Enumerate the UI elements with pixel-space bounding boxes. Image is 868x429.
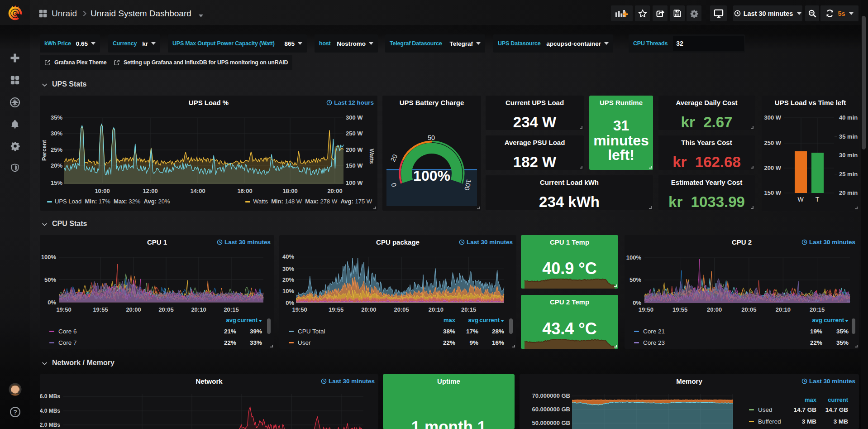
svg-text:6.0 MBs: 6.0 MBs xyxy=(40,393,60,400)
svg-text:150 W: 150 W xyxy=(764,189,781,196)
svg-text:40%: 40% xyxy=(282,253,294,260)
svg-text:20:00: 20:00 xyxy=(327,188,342,194)
svg-text:250 W: 250 W xyxy=(346,130,363,137)
svg-text:150 W: 150 W xyxy=(346,162,363,169)
svg-text:20:10: 20:10 xyxy=(429,306,444,313)
svg-text:300 W: 300 W xyxy=(346,114,363,121)
svg-text:300 W: 300 W xyxy=(764,114,781,121)
svg-text:30%: 30% xyxy=(51,130,62,137)
svg-text:18:00: 18:00 xyxy=(282,188,297,194)
svg-text:25%: 25% xyxy=(51,146,62,153)
svg-text:W: W xyxy=(797,196,804,203)
svg-text:19:55: 19:55 xyxy=(329,306,343,313)
svg-text:20:00: 20:00 xyxy=(361,306,376,313)
svg-text:20:10: 20:10 xyxy=(191,306,206,313)
svg-text:T: T xyxy=(816,196,820,203)
svg-text:10:00: 10:00 xyxy=(95,188,110,194)
svg-text:100%: 100% xyxy=(41,254,57,260)
svg-text:0%: 0% xyxy=(48,299,56,306)
svg-text:16:00: 16:00 xyxy=(237,188,252,194)
svg-text:20:00: 20:00 xyxy=(707,306,722,313)
svg-text:200 W: 200 W xyxy=(764,164,781,171)
svg-text:50.000000 GB: 50.000000 GB xyxy=(532,419,570,426)
svg-text:20%: 20% xyxy=(51,162,62,169)
svg-text:200 W: 200 W xyxy=(346,146,363,153)
svg-text:30 min: 30 min xyxy=(839,152,858,159)
svg-text:70.000000 GB: 70.000000 GB xyxy=(532,392,570,399)
svg-text:100%: 100% xyxy=(626,254,642,261)
svg-text:30%: 30% xyxy=(282,265,294,272)
svg-text:0%: 0% xyxy=(286,299,294,306)
svg-text:100 W: 100 W xyxy=(346,179,363,186)
svg-text:10%: 10% xyxy=(282,288,294,294)
svg-text:20:00: 20:00 xyxy=(126,306,141,313)
svg-text:Percent: Percent xyxy=(41,140,48,161)
svg-text:25 min: 25 min xyxy=(839,171,858,178)
svg-text:50: 50 xyxy=(428,134,435,141)
svg-text:14:00: 14:00 xyxy=(190,188,205,194)
svg-text:50%: 50% xyxy=(630,276,641,283)
svg-text:20:05: 20:05 xyxy=(394,306,409,313)
svg-text:12:00: 12:00 xyxy=(143,188,157,194)
svg-text:15%: 15% xyxy=(51,179,62,186)
svg-text:19:50: 19:50 xyxy=(639,306,653,313)
svg-text:20:05: 20:05 xyxy=(158,306,173,313)
svg-text:250 W: 250 W xyxy=(764,140,781,146)
svg-text:20 min: 20 min xyxy=(839,189,858,196)
svg-text:40 min: 40 min xyxy=(839,114,858,121)
svg-text:4.0 MBs: 4.0 MBs xyxy=(40,408,60,414)
svg-text:60.000000 GB: 60.000000 GB xyxy=(532,406,570,413)
svg-text:Watts: Watts xyxy=(368,149,375,164)
svg-text:2.0 MBs: 2.0 MBs xyxy=(40,422,60,428)
svg-text:19:50: 19:50 xyxy=(292,306,307,313)
svg-text:35 min: 35 min xyxy=(839,133,858,140)
svg-text:20: 20 xyxy=(389,153,399,163)
svg-text:19:55: 19:55 xyxy=(93,306,108,313)
svg-text:20:15: 20:15 xyxy=(224,306,238,313)
svg-text:19:50: 19:50 xyxy=(56,306,71,313)
svg-text:20:10: 20:10 xyxy=(776,306,791,313)
svg-text:100%: 100% xyxy=(413,168,450,184)
svg-text:20%: 20% xyxy=(282,276,294,283)
svg-text:20:15: 20:15 xyxy=(461,306,476,313)
svg-text:19:55: 19:55 xyxy=(672,306,687,313)
svg-text:35%: 35% xyxy=(51,114,62,121)
svg-text:50%: 50% xyxy=(44,276,56,283)
svg-text:0%: 0% xyxy=(633,299,641,306)
svg-text:20:05: 20:05 xyxy=(741,306,756,313)
svg-text:20:15: 20:15 xyxy=(810,306,825,313)
